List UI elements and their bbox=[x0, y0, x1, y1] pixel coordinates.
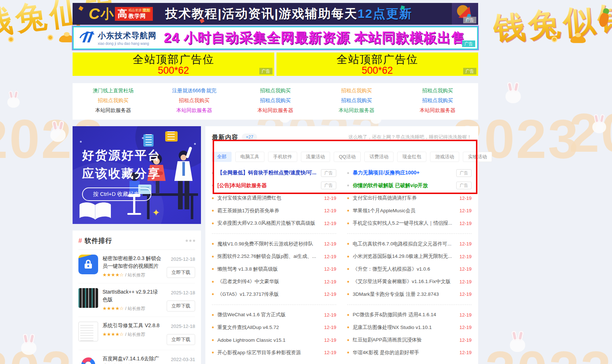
ad-text-link[interactable]: 本站同款服务器 bbox=[73, 107, 154, 114]
software-rating: ★★★★☆/ 站长推荐 bbox=[102, 306, 162, 312]
software-item[interactable]: 系统引导修复工具 V2.8.8 ★★★★☆/ 站长推荐 2025-12-18 立… bbox=[78, 317, 195, 350]
software-date: 2025-12-18 bbox=[171, 290, 195, 295]
category-tab[interactable]: 流量活动 bbox=[301, 152, 330, 162]
content-row: 重复文件查找AllDup v4.5.72 12-19 尼康工坊图像处理NX St… bbox=[212, 321, 472, 334]
article-date: 12-19 bbox=[324, 312, 336, 318]
ad-text-link[interactable]: 澳门线上直营杜场 bbox=[73, 88, 154, 94]
software-title[interactable]: 系统引导修复工具 V2.8.8 bbox=[102, 322, 162, 329]
logo-c-glyph: C bbox=[89, 6, 100, 22]
article-link[interactable]: 微信WeChat v4.1.6 官方正式版 bbox=[217, 311, 320, 318]
content-row: 《忍者龙剑传4》中文豪华版 12-19 《艾尔登法环黄金树幽影》v1.16.1.… bbox=[212, 275, 472, 288]
category-tab[interactable]: 手机软件 bbox=[268, 152, 297, 162]
ad-text-link[interactable]: 招租点我购买 bbox=[316, 88, 397, 94]
category-tab[interactable]: 游戏活动 bbox=[430, 152, 459, 162]
article-link[interactable]: 支付宝出行领高德滴滴打车券 bbox=[353, 195, 455, 201]
article-link[interactable]: 华谊4K影视 是你的追剧好帮手 bbox=[353, 349, 455, 356]
article-link[interactable]: 小米浏览器国际版14.29.0极速上网无限制无... bbox=[353, 253, 455, 260]
article-date: 12-19 bbox=[324, 254, 336, 259]
article-link[interactable]: 霸王茶姬抽1万份奶茶免单券 bbox=[217, 208, 320, 214]
ad-text-link[interactable]: 招租点我购买 bbox=[235, 97, 316, 104]
article-link[interactable]: 电工仿真软件6.7.0电路模拟自定义元器件可... bbox=[353, 241, 455, 247]
content-row: 懒熊驾考 v1.3.8 解锁高级版 12-19 《升空：微型无人机模拟器》v1.… bbox=[212, 263, 472, 276]
bullet-dot bbox=[347, 222, 349, 224]
yellow-ad-slot[interactable]: 全站顶部广告位 500*62 广告 bbox=[276, 53, 478, 76]
ad-article-link[interactable]: [公告]本站同款服务器 bbox=[217, 182, 317, 189]
article-link[interactable]: 苹果领1个月AppleMusic会员 bbox=[353, 208, 455, 214]
article-link[interactable]: 安卓搜图大师V2.3.0风格图片流畅下载高级版 bbox=[217, 220, 320, 226]
article-link[interactable]: 《升空：微型无人机模拟器》v1.0.6 bbox=[353, 266, 455, 272]
category-tab[interactable]: 全部 bbox=[212, 152, 232, 162]
logo-rest-text: 教学网 bbox=[128, 13, 150, 20]
bullet-dot bbox=[347, 268, 349, 270]
article-link[interactable]: 《忍者龙剑传4》中文豪华版 bbox=[217, 278, 320, 285]
download-button[interactable]: 立即下载 bbox=[167, 334, 195, 345]
yellow-ad-row: 全站顶部广告位 500*62 广告 全站顶部广告位 500*62 广告 bbox=[73, 53, 478, 76]
category-tab[interactable]: 现金红包 bbox=[397, 152, 426, 162]
ad-text-link[interactable]: 本站同款服务器 bbox=[235, 107, 316, 114]
category-tab[interactable]: 电脑工具 bbox=[235, 152, 264, 162]
promo-ctrl-d-pill: 按 Ctrl+D 收藏起来! bbox=[82, 187, 151, 201]
software-title[interactable]: StartIsBack++ v2.9.21绿色版 bbox=[102, 288, 162, 303]
article-link[interactable]: 红豆短剧APP高清画质沉浸体验 bbox=[353, 337, 455, 343]
article-date: 12-19 bbox=[460, 350, 472, 355]
bullet-dot bbox=[212, 293, 214, 295]
article-date: 12-19 bbox=[324, 221, 336, 226]
ad-text-link[interactable]: 招租点我购买 bbox=[397, 88, 478, 94]
category-tab[interactable]: 实物活动 bbox=[463, 152, 492, 162]
article-link[interactable]: 《艾尔登法环黄金树幽影》v1.16.1.Fix中文版 bbox=[353, 278, 455, 285]
ad-text-link[interactable]: 招租点我购买 bbox=[235, 88, 316, 94]
ad-article-link[interactable]: 【全网最低】钭音块手粉丝点赞/速度快/可... bbox=[217, 170, 317, 176]
software-title[interactable]: 百度网盘v7.14.1.6去除广告绿色纯净版 bbox=[102, 355, 162, 364]
ad-text-link[interactable]: 招租点我购买 bbox=[73, 97, 154, 104]
ad-article-link[interactable]: 你懂的软件破解版 已破解vip开放 bbox=[353, 182, 452, 189]
article-link[interactable]: 抠图软件2.252.76解锁会员版p图、ai生成、... bbox=[217, 253, 320, 260]
software-title[interactable]: 秘密加密相册2.0.3 解锁会员一键加密你的视频图片 bbox=[102, 255, 162, 270]
ad-text-link[interactable]: 注册就送666鲁就完 bbox=[154, 88, 235, 94]
confetti-decoration bbox=[78, 6, 84, 11]
ad-text-link[interactable]: 招租点我购买 bbox=[316, 97, 397, 104]
article-link[interactable]: 3DMark显卡跑分专业版 注册 2.32.8743 bbox=[353, 291, 455, 298]
article-link[interactable]: PC微信多开&防撤回插件 适用4.1.6.14 bbox=[353, 311, 455, 318]
gold-ingot-decoration bbox=[570, 36, 586, 43]
article-link[interactable]: Adobe Lightroom Classic v15.1 bbox=[217, 337, 320, 343]
bullet-dot bbox=[347, 243, 349, 245]
text-links-card: 澳门线上直营杜场注册就送666鲁就完招租点我购买招租点我购买招租点我购买招租点我… bbox=[73, 83, 478, 120]
software-item[interactable]: 百度网盘v7.14.1.6去除广告绿色纯净版 2022-03-31 bbox=[78, 350, 195, 364]
year-watermark: 2023 bbox=[485, 339, 612, 364]
article-date: 12-19 bbox=[460, 312, 472, 318]
lock-app-icon bbox=[78, 255, 98, 274]
nav-site-banner-ad[interactable]: 小东技术导航网 xiao dong ji shu dao hang wang 2… bbox=[73, 26, 478, 50]
bullet-dot bbox=[347, 210, 349, 212]
bullet-dot bbox=[212, 268, 214, 270]
article-link[interactable]: 支付宝领实体店通用消费红包 bbox=[217, 195, 320, 201]
bookmark-promo-banner[interactable]: 好货源好平台 应该收藏分享 按 Ctrl+D 收藏起来! ✦ bbox=[73, 126, 201, 224]
software-item[interactable]: 秘密加密相册2.0.3 解锁会员一键加密你的视频图片 ★★★★☆/ 站长推荐 2… bbox=[78, 250, 195, 283]
ad-text-link[interactable]: 本站同款服务器 bbox=[397, 107, 478, 114]
article-link[interactable]: 手机定位实时找人5.2一键寻找家人｜情侣报... bbox=[353, 220, 455, 226]
ad-article-link[interactable]: 暴力无脑项目/反撸狗庄1000+ bbox=[353, 170, 452, 176]
download-button[interactable]: 立即下载 bbox=[167, 267, 195, 278]
article-link[interactable]: 尼康工坊图像处理NX Studio v1.10.1 bbox=[353, 324, 455, 331]
main-content-column: C 小 高 精品资源官方 教学网 技术教程|活动资讯|游戏辅助每天12点更新 广… bbox=[73, 0, 478, 364]
latest-list: 【全网最低】钭音块手粉丝点赞/速度快/可... 广告 暴力无脑项目/反撸狗庄10… bbox=[212, 167, 472, 359]
top-banner-ad[interactable]: C 小 高 精品资源官方 教学网 技术教程|活动资讯|游戏辅助每天12点更新 广… bbox=[73, 3, 478, 25]
download-button[interactable]: 立即下载 bbox=[167, 301, 195, 311]
article-link[interactable]: 懒熊驾考 v1.3.8 解锁高级版 bbox=[217, 266, 320, 272]
rabbit-decoration bbox=[510, 338, 525, 352]
ad-text-link[interactable]: 招租点我购买 bbox=[154, 97, 235, 104]
rabbit-decoration bbox=[506, 90, 521, 103]
article-date: 12-19 bbox=[324, 266, 336, 272]
ad-text-link[interactable]: 本站同款服务器 bbox=[154, 107, 235, 114]
ad-text-link[interactable]: 本站同款服务器 bbox=[316, 107, 397, 114]
bullet-dot bbox=[212, 172, 214, 174]
yellow-ad-slot[interactable]: 全站顶部广告位 500*62 广告 bbox=[73, 53, 274, 76]
category-tab[interactable]: QQ活动 bbox=[334, 152, 361, 162]
article-link[interactable]: 《GTA5》v1.72.3717传承版 bbox=[217, 291, 320, 298]
ad-text-link[interactable]: 招租点我购买 bbox=[397, 97, 478, 104]
article-link[interactable]: 魔核V1.0.98免费不限时长云游戏秒进秒排队 bbox=[217, 241, 320, 247]
article-link[interactable]: 重复文件查找AllDup v4.5.72 bbox=[217, 324, 320, 331]
more-dots-icon[interactable] bbox=[186, 240, 195, 242]
article-link[interactable]: 开心影视app 综艺节目等多种影视资源 bbox=[217, 349, 320, 356]
category-tab[interactable]: 话费活动 bbox=[364, 152, 394, 162]
software-item[interactable]: StartIsBack++ v2.9.21绿色版 ★★★★☆/ 站长推荐 202… bbox=[78, 283, 195, 317]
